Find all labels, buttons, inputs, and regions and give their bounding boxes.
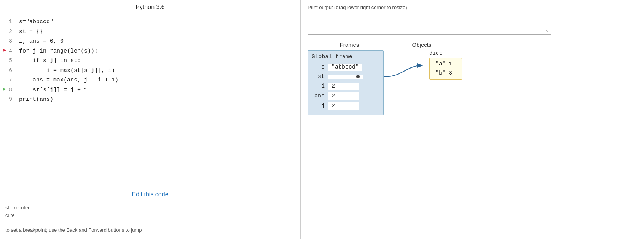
right-panel: Print output (drag lower right corner to… bbox=[301, 0, 644, 239]
frames-label: Frames bbox=[308, 41, 391, 48]
bottom-hint: st executed cute to set a breakpoint; us… bbox=[0, 202, 300, 235]
frame-row: st bbox=[312, 72, 379, 81]
arrow-green-icon: ➤ bbox=[2, 84, 6, 96]
code-line: 9print(ans) bbox=[4, 95, 296, 105]
print-output-box[interactable]: ↘ bbox=[308, 12, 551, 35]
code-area: 1s="abbccd"2st = {}3i, ans = 0, 0➤4for j… bbox=[0, 14, 300, 183]
left-panel: Python 3.6 1s="abbccd"2st = {}3i, ans = … bbox=[0, 0, 301, 239]
frame-val-text: 2 bbox=[328, 83, 359, 90]
line-code: i = max(st[s[j]], i) bbox=[19, 66, 115, 76]
line-code: st[s[j]] = j + 1 bbox=[19, 85, 88, 95]
dict-section: dict "a"1"b"3 bbox=[429, 50, 462, 80]
labels-row: Frames Objects bbox=[308, 41, 637, 48]
frame-row: ans2 bbox=[312, 91, 379, 101]
frame-val-text: 2 bbox=[328, 92, 359, 100]
line-code: for j in range(len(s)): bbox=[19, 46, 98, 56]
global-frame-box: Global frame s"abbccd"sti2ans2j2 bbox=[308, 50, 384, 115]
frame-row: j2 bbox=[312, 101, 379, 111]
dict-key: "b" bbox=[434, 70, 449, 76]
frame-row: i2 bbox=[312, 81, 379, 91]
line-code: st = {} bbox=[19, 27, 43, 37]
resize-indicator: ↘ bbox=[545, 29, 550, 33]
code-title: Python 3.6 bbox=[4, 4, 296, 14]
frame-val-text: "abbccd" bbox=[328, 64, 362, 71]
dict-label: dict bbox=[429, 50, 442, 56]
line-number: 3 bbox=[4, 37, 12, 46]
arrow-svg bbox=[384, 73, 429, 88]
line-number: 9 bbox=[4, 95, 12, 105]
main-container: Python 3.6 1s="abbccd"2st = {}3i, ans = … bbox=[0, 0, 644, 239]
dict-val: 1 bbox=[449, 61, 458, 67]
frame-var-name: st bbox=[312, 73, 328, 80]
frame-var-name: ans bbox=[312, 93, 328, 99]
dict-row: "a"1 bbox=[434, 60, 458, 69]
global-frame-title: Global frame bbox=[312, 54, 379, 60]
dict-box: "a"1"b"3 bbox=[429, 58, 462, 80]
frame-val-text: 2 bbox=[328, 102, 359, 110]
code-line: 6 i = max(st[s[j]], i) bbox=[4, 66, 296, 76]
frames-objects-content: Global frame s"abbccd"sti2ans2j2 dict bbox=[308, 50, 637, 115]
code-line: 5 if s[j] in st: bbox=[4, 56, 296, 66]
line-code: i, ans = 0, 0 bbox=[19, 37, 64, 46]
frame-var-name: i bbox=[312, 83, 328, 89]
line-number: 7 bbox=[4, 75, 12, 85]
code-line: 1s="abbccd" bbox=[4, 17, 296, 27]
code-line: ➤4for j in range(len(s)): bbox=[4, 46, 296, 56]
frame-val-dot bbox=[328, 75, 363, 79]
edit-link-container: Edit this code bbox=[0, 188, 300, 202]
line-number: 5 bbox=[4, 56, 12, 66]
dict-row: "b"3 bbox=[434, 69, 458, 78]
dict-key: "a" bbox=[434, 61, 449, 67]
frame-var-name: j bbox=[312, 103, 328, 109]
print-output-label: Print output (drag lower right corner to… bbox=[308, 5, 637, 10]
code-line: 3i, ans = 0, 0 bbox=[4, 37, 296, 46]
code-line: ➤8 st[s[j]] = j + 1 bbox=[4, 85, 296, 95]
dict-val: 3 bbox=[449, 70, 458, 76]
line-number: 6 bbox=[4, 66, 12, 76]
code-divider bbox=[4, 185, 296, 185]
line-code: s="abbccd" bbox=[19, 17, 53, 27]
code-line: 7 ans = max(ans, j - i + 1) bbox=[4, 75, 296, 85]
line-number: 1 bbox=[4, 17, 12, 27]
hint-line-2: cute bbox=[5, 212, 15, 218]
line-code: print(ans) bbox=[19, 95, 53, 105]
code-line: 2st = {} bbox=[4, 27, 296, 37]
pointer-dot-icon bbox=[356, 75, 360, 78]
line-number: 2 bbox=[4, 27, 12, 37]
objects-label: Objects bbox=[391, 41, 452, 48]
frame-var-name: s bbox=[312, 64, 328, 70]
hint-line-4: to set a breakpoint; use the Back and Fo… bbox=[5, 227, 142, 233]
edit-this-code-link[interactable]: Edit this code bbox=[132, 191, 168, 198]
line-code: if s[j] in st: bbox=[19, 56, 81, 66]
frame-row: s"abbccd" bbox=[312, 62, 379, 72]
line-code: ans = max(ans, j - i + 1) bbox=[19, 75, 118, 85]
hint-line-1: st executed bbox=[5, 205, 31, 210]
arrow-red-icon: ➤ bbox=[2, 45, 6, 57]
